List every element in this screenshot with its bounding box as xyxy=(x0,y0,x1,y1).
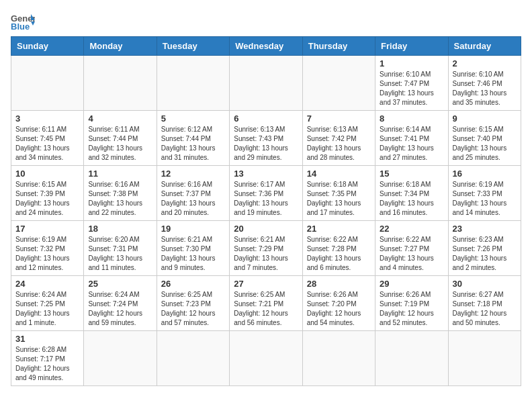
day-number: 10 xyxy=(15,169,79,179)
day-info: Sunrise: 6:26 AM Sunset: 7:19 PM Dayligh… xyxy=(380,290,443,328)
calendar-cell xyxy=(375,331,448,386)
calendar-cell: 11Sunrise: 6:16 AM Sunset: 7:38 PM Dayli… xyxy=(84,166,157,221)
day-info: Sunrise: 6:13 AM Sunset: 7:42 PM Dayligh… xyxy=(307,125,371,163)
day-info: Sunrise: 6:10 AM Sunset: 7:47 PM Dayligh… xyxy=(380,70,443,107)
calendar-week-5: 24Sunrise: 6:24 AM Sunset: 7:25 PM Dayli… xyxy=(11,276,521,331)
day-number: 7 xyxy=(307,113,371,124)
calendar-cell: 9Sunrise: 6:15 AM Sunset: 7:40 PM Daylig… xyxy=(448,111,521,166)
calendar-cell: 7Sunrise: 6:13 AM Sunset: 7:42 PM Daylig… xyxy=(302,111,375,166)
day-number: 18 xyxy=(88,224,152,234)
day-header-thursday: Thursday xyxy=(302,37,375,56)
day-number: 28 xyxy=(307,279,371,289)
calendar-cell: 12Sunrise: 6:16 AM Sunset: 7:37 PM Dayli… xyxy=(157,166,229,221)
day-number: 30 xyxy=(453,279,517,289)
calendar-cell: 24Sunrise: 6:24 AM Sunset: 7:25 PM Dayli… xyxy=(11,276,84,331)
calendar-cell: 15Sunrise: 6:18 AM Sunset: 7:34 PM Dayli… xyxy=(375,166,448,221)
day-info: Sunrise: 6:22 AM Sunset: 7:28 PM Dayligh… xyxy=(307,235,371,273)
calendar-cell xyxy=(84,56,157,111)
day-info: Sunrise: 6:24 AM Sunset: 7:25 PM Dayligh… xyxy=(15,290,79,328)
day-number: 1 xyxy=(380,58,443,68)
calendar-cell: 14Sunrise: 6:18 AM Sunset: 7:35 PM Dayli… xyxy=(302,166,375,221)
day-number: 6 xyxy=(234,113,298,124)
calendar-cell: 28Sunrise: 6:26 AM Sunset: 7:20 PM Dayli… xyxy=(302,276,375,331)
calendar-cell: 10Sunrise: 6:15 AM Sunset: 7:39 PM Dayli… xyxy=(11,166,84,221)
calendar-cell: 6Sunrise: 6:13 AM Sunset: 7:43 PM Daylig… xyxy=(230,111,302,166)
day-info: Sunrise: 6:23 AM Sunset: 7:26 PM Dayligh… xyxy=(453,235,517,273)
day-info: Sunrise: 6:25 AM Sunset: 7:23 PM Dayligh… xyxy=(161,290,225,328)
calendar-cell xyxy=(302,331,375,386)
svg-text:Blue: Blue xyxy=(11,21,30,31)
calendar-cell xyxy=(302,56,375,111)
day-info: Sunrise: 6:16 AM Sunset: 7:37 PM Dayligh… xyxy=(161,180,225,218)
day-number: 26 xyxy=(161,279,225,289)
calendar-header-row: SundayMondayTuesdayWednesdayThursdayFrid… xyxy=(11,37,521,56)
calendar-cell: 18Sunrise: 6:20 AM Sunset: 7:31 PM Dayli… xyxy=(84,221,157,276)
day-info: Sunrise: 6:18 AM Sunset: 7:34 PM Dayligh… xyxy=(380,180,443,218)
calendar-cell: 23Sunrise: 6:23 AM Sunset: 7:26 PM Dayli… xyxy=(448,221,521,276)
day-header-saturday: Saturday xyxy=(448,37,521,56)
day-number: 20 xyxy=(234,224,298,234)
calendar-cell xyxy=(157,331,229,386)
day-number: 5 xyxy=(161,113,225,124)
day-number: 23 xyxy=(453,224,517,234)
day-info: Sunrise: 6:27 AM Sunset: 7:18 PM Dayligh… xyxy=(453,290,517,328)
day-info: Sunrise: 6:13 AM Sunset: 7:43 PM Dayligh… xyxy=(234,125,298,163)
calendar-cell: 26Sunrise: 6:25 AM Sunset: 7:23 PM Dayli… xyxy=(157,276,229,331)
day-info: Sunrise: 6:18 AM Sunset: 7:35 PM Dayligh… xyxy=(307,180,371,218)
day-header-sunday: Sunday xyxy=(11,37,84,56)
day-info: Sunrise: 6:17 AM Sunset: 7:36 PM Dayligh… xyxy=(234,180,298,218)
calendar-cell xyxy=(230,56,302,111)
calendar-cell: 1Sunrise: 6:10 AM Sunset: 7:47 PM Daylig… xyxy=(375,56,448,111)
day-info: Sunrise: 6:19 AM Sunset: 7:33 PM Dayligh… xyxy=(453,180,517,218)
calendar-cell: 21Sunrise: 6:22 AM Sunset: 7:28 PM Dayli… xyxy=(302,221,375,276)
day-info: Sunrise: 6:11 AM Sunset: 7:45 PM Dayligh… xyxy=(15,125,79,163)
day-info: Sunrise: 6:20 AM Sunset: 7:31 PM Dayligh… xyxy=(88,235,152,273)
day-number: 22 xyxy=(380,224,443,234)
day-info: Sunrise: 6:10 AM Sunset: 7:46 PM Dayligh… xyxy=(453,70,517,107)
day-number: 14 xyxy=(307,169,371,179)
day-number: 11 xyxy=(88,169,152,179)
day-info: Sunrise: 6:15 AM Sunset: 7:40 PM Dayligh… xyxy=(453,125,517,163)
calendar-cell xyxy=(84,331,157,386)
calendar-cell: 8Sunrise: 6:14 AM Sunset: 7:41 PM Daylig… xyxy=(375,111,448,166)
day-number: 21 xyxy=(307,224,371,234)
logo-icon: General Blue xyxy=(11,11,35,31)
day-number: 19 xyxy=(161,224,225,234)
calendar-cell xyxy=(448,331,521,386)
calendar-cell: 30Sunrise: 6:27 AM Sunset: 7:18 PM Dayli… xyxy=(448,276,521,331)
calendar-week-4: 17Sunrise: 6:19 AM Sunset: 7:32 PM Dayli… xyxy=(11,221,521,276)
calendar-cell: 20Sunrise: 6:21 AM Sunset: 7:29 PM Dayli… xyxy=(230,221,302,276)
calendar-week-2: 3Sunrise: 6:11 AM Sunset: 7:45 PM Daylig… xyxy=(11,111,521,166)
day-number: 24 xyxy=(15,279,79,289)
day-info: Sunrise: 6:19 AM Sunset: 7:32 PM Dayligh… xyxy=(15,235,79,273)
day-info: Sunrise: 6:28 AM Sunset: 7:17 PM Dayligh… xyxy=(15,345,79,383)
calendar-cell: 29Sunrise: 6:26 AM Sunset: 7:19 PM Dayli… xyxy=(375,276,448,331)
day-number: 8 xyxy=(380,113,443,124)
day-number: 17 xyxy=(15,224,79,234)
calendar-body: 1Sunrise: 6:10 AM Sunset: 7:47 PM Daylig… xyxy=(11,56,521,386)
day-header-monday: Monday xyxy=(84,37,157,56)
day-number: 4 xyxy=(88,113,152,124)
calendar-cell: 4Sunrise: 6:11 AM Sunset: 7:44 PM Daylig… xyxy=(84,111,157,166)
calendar-cell: 19Sunrise: 6:21 AM Sunset: 7:30 PM Dayli… xyxy=(157,221,229,276)
day-info: Sunrise: 6:21 AM Sunset: 7:30 PM Dayligh… xyxy=(161,235,225,273)
day-number: 13 xyxy=(234,169,298,179)
calendar-cell: 2Sunrise: 6:10 AM Sunset: 7:46 PM Daylig… xyxy=(448,56,521,111)
calendar-cell: 31Sunrise: 6:28 AM Sunset: 7:17 PM Dayli… xyxy=(11,331,84,386)
calendar-cell: 27Sunrise: 6:25 AM Sunset: 7:21 PM Dayli… xyxy=(230,276,302,331)
day-info: Sunrise: 6:24 AM Sunset: 7:24 PM Dayligh… xyxy=(88,290,152,328)
calendar-cell: 13Sunrise: 6:17 AM Sunset: 7:36 PM Dayli… xyxy=(230,166,302,221)
day-number: 27 xyxy=(234,279,298,289)
calendar-week-1: 1Sunrise: 6:10 AM Sunset: 7:47 PM Daylig… xyxy=(11,56,521,111)
day-number: 3 xyxy=(15,113,79,124)
calendar-cell: 17Sunrise: 6:19 AM Sunset: 7:32 PM Dayli… xyxy=(11,221,84,276)
calendar-cell: 5Sunrise: 6:12 AM Sunset: 7:44 PM Daylig… xyxy=(157,111,229,166)
day-header-friday: Friday xyxy=(375,37,448,56)
day-header-wednesday: Wednesday xyxy=(230,37,302,56)
day-number: 15 xyxy=(380,169,443,179)
calendar-cell xyxy=(11,56,84,111)
day-number: 29 xyxy=(380,279,443,289)
day-info: Sunrise: 6:12 AM Sunset: 7:44 PM Dayligh… xyxy=(161,125,225,163)
day-info: Sunrise: 6:21 AM Sunset: 7:29 PM Dayligh… xyxy=(234,235,298,273)
day-number: 25 xyxy=(88,279,152,289)
